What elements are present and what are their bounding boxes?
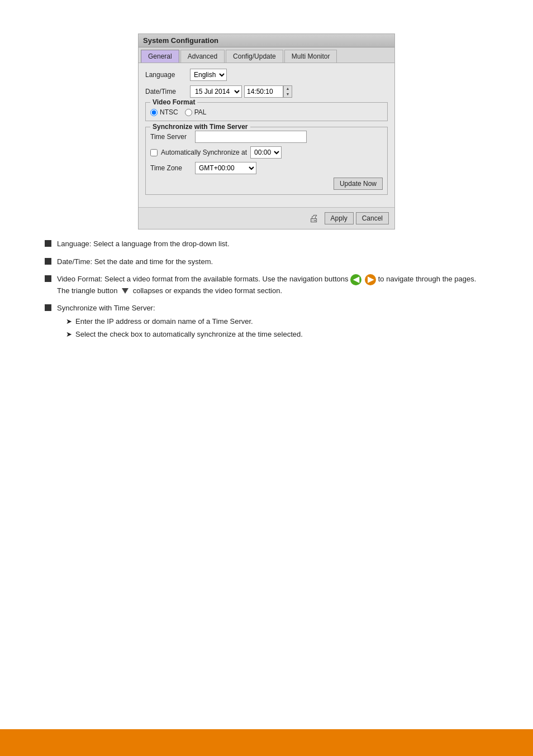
language-row: Language English	[145, 69, 388, 81]
bullet-content-4: Synchronize with Time Server: ➤ Enter th…	[57, 303, 488, 340]
dialog-title-text: System Configuration	[143, 36, 218, 45]
arrow-icon-2: ➤	[66, 329, 72, 340]
pal-radio-label[interactable]: PAL	[185, 108, 207, 116]
time-server-row: Time Server	[150, 131, 383, 143]
video-format-group: Video Format NTSC PAL	[145, 102, 388, 121]
sub-bullet-2: ➤ Select the check box to automatically …	[66, 329, 488, 340]
bullet-item-1: Language: Select a language from the dro…	[45, 238, 488, 250]
pal-label: PAL	[194, 108, 207, 116]
green-circle-icon: ◀	[350, 274, 361, 285]
bullet-square-1	[45, 240, 51, 247]
language-select[interactable]: English	[190, 69, 227, 81]
spinner-down-icon[interactable]: ▼	[284, 92, 292, 97]
tab-general[interactable]: General	[141, 50, 179, 63]
sub-bullet-1: ➤ Enter the IP address or domain name of…	[66, 316, 488, 327]
bullet-square-2	[45, 258, 51, 265]
update-now-button[interactable]: Update Now	[334, 178, 383, 190]
time-spinner[interactable]: ▲ ▼	[283, 85, 292, 98]
arrow-icon-1: ➤	[66, 316, 72, 327]
bullet-content-3: Video Format: Select a video format from…	[57, 274, 488, 296]
ntsc-radio[interactable]	[150, 109, 158, 116]
auto-sync-label: Automatically Synchronize at	[161, 149, 247, 156]
orange-circle-icon: ▶	[365, 274, 376, 285]
video-format-title: Video Format	[150, 98, 197, 106]
bottom-bar	[0, 729, 533, 756]
timezone-select[interactable]: GMT+00:00	[195, 162, 256, 174]
dialog-footer: 🖨 Apply Cancel	[139, 207, 394, 229]
bullet-content-2: Date/Time: Set the date and time for the…	[57, 256, 488, 267]
tab-advanced[interactable]: Advanced	[180, 50, 225, 63]
bullet3-text3: collapses or expands the video format se…	[133, 286, 282, 295]
time-input[interactable]	[244, 85, 283, 98]
pal-radio[interactable]	[185, 109, 192, 116]
bullet-square-4	[45, 304, 51, 311]
auto-sync-checkbox[interactable]	[150, 149, 158, 156]
date-select[interactable]: 15 Jul 2014	[190, 85, 242, 98]
triangle-down-icon	[122, 288, 129, 294]
ntsc-radio-label[interactable]: NTSC	[150, 108, 178, 116]
video-format-radios: NTSC PAL	[150, 108, 383, 116]
cancel-button[interactable]: Cancel	[356, 212, 389, 224]
bullet-content-1: Language: Select a language from the dro…	[57, 238, 488, 250]
bullet3-text: Video Format: Select a video format from…	[57, 275, 348, 283]
timezone-label: Time Zone	[150, 164, 195, 172]
help-icon: 🖨	[309, 213, 319, 224]
ntsc-label: NTSC	[160, 108, 178, 116]
dialog-title: System Configuration	[139, 34, 394, 47]
sync-group: Synchronize with Time Server Time Server…	[145, 127, 388, 195]
apply-button[interactable]: Apply	[325, 212, 354, 224]
timezone-row: Time Zone GMT+00:00	[150, 162, 383, 174]
auto-sync-time-select[interactable]: 00:00	[250, 146, 282, 159]
bullet-item-3: Video Format: Select a video format from…	[45, 274, 488, 296]
content-area: System Configuration General Advanced Co…	[0, 0, 533, 400]
auto-sync-row: Automatically Synchronize at 00:00	[150, 146, 383, 159]
update-now-row: Update Now	[150, 178, 383, 190]
system-config-dialog: System Configuration General Advanced Co…	[138, 34, 395, 229]
language-label: Language	[145, 71, 190, 79]
bullet-square-3	[45, 275, 51, 282]
tab-config-update[interactable]: Config/Update	[226, 50, 283, 63]
tab-multi-monitor[interactable]: Multi Monitor	[284, 50, 337, 63]
datetime-label: Date/Time	[145, 88, 190, 95]
spinner-up-icon[interactable]: ▲	[284, 86, 292, 92]
sync-title: Synchronize with Time Server	[150, 123, 250, 131]
time-server-input[interactable]	[195, 131, 307, 143]
nav-icons: ◀ ▶	[350, 274, 376, 285]
bullet-item-2: Date/Time: Set the date and time for the…	[45, 256, 488, 267]
datetime-row: Date/Time 15 Jul 2014 ▲ ▼	[145, 85, 388, 98]
dialog-body: Language English Date/Time 15 Jul 2014 ▲…	[139, 63, 394, 207]
tab-bar: General Advanced Config/Update Multi Mon…	[139, 47, 394, 63]
bullets-section: Language: Select a language from the dro…	[11, 229, 522, 356]
time-server-label: Time Server	[150, 133, 195, 141]
bullet-item-4: Synchronize with Time Server: ➤ Enter th…	[45, 303, 488, 340]
